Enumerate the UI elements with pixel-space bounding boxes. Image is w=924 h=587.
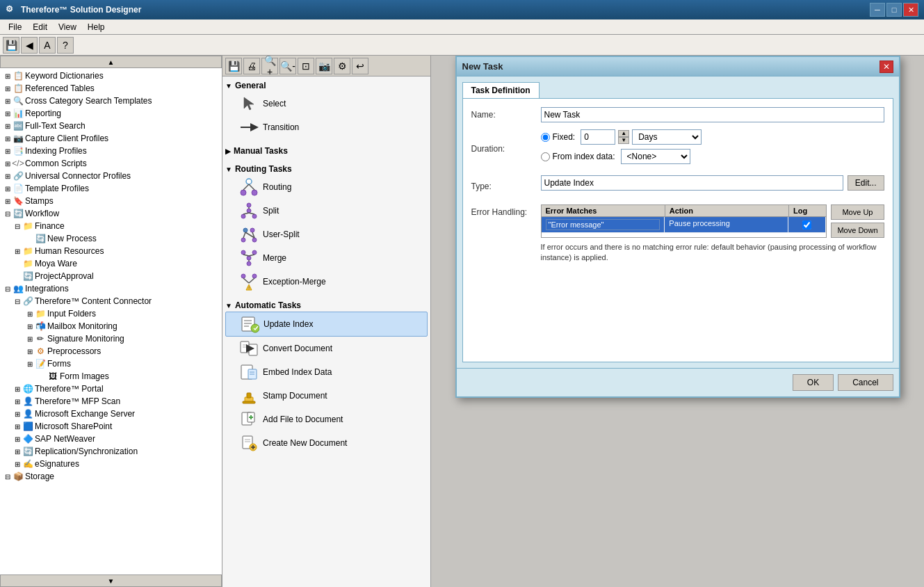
- task-embed-index[interactable]: Embed Index Data: [225, 360, 428, 384]
- task-add-file[interactable]: Add File to Document: [225, 408, 428, 431]
- minimize-button[interactable]: ─: [870, 3, 885, 17]
- middle-save-btn[interactable]: 💾: [225, 58, 242, 74]
- name-row: Name:: [471, 107, 884, 122]
- fixed-radio[interactable]: [541, 133, 550, 142]
- move-up-button[interactable]: Move Up: [831, 204, 884, 220]
- tree-preprocessors[interactable]: ⊞ ⚙ Preprocessors: [0, 345, 222, 357]
- task-exception-merge[interactable]: ! Exception-Merge: [225, 270, 428, 294]
- spinner-down-btn[interactable]: ▼: [618, 137, 629, 144]
- task-merge[interactable]: Merge: [225, 246, 428, 270]
- toolbar-back[interactable]: ◀: [21, 37, 38, 54]
- tree-indexing-profiles[interactable]: ⊞ 📑 Indexing Profiles: [0, 145, 222, 157]
- name-input[interactable]: [541, 107, 884, 122]
- tree-finance[interactable]: ⊟ 📁 Finance: [0, 220, 222, 232]
- move-down-button[interactable]: Move Down: [831, 223, 884, 238]
- tree-storage[interactable]: ⊟ 📦 Storage: [0, 470, 222, 483]
- tree-esignatures[interactable]: ⊞ ✍ eSignatures: [0, 458, 222, 470]
- modal-close-button[interactable]: ✕: [880, 61, 893, 73]
- maximize-button[interactable]: □: [886, 3, 902, 17]
- tree-sap[interactable]: ⊞ 🔷 SAP NetWeaver: [0, 433, 222, 445]
- task-routing[interactable]: Routing: [225, 175, 428, 199]
- spinner-up-btn[interactable]: ▲: [618, 130, 629, 137]
- item-icon: 🖼: [47, 371, 58, 382]
- toolbar-save[interactable]: 💾: [3, 37, 19, 54]
- duration-value-input[interactable]: [581, 129, 615, 145]
- tree-replication[interactable]: ⊞ 🔄 Replication/Synchronization: [0, 445, 222, 458]
- menu-file[interactable]: File: [3, 21, 27, 33]
- tree-therefore-portal[interactable]: ⊞ 🌐 Therefore™ Portal: [0, 383, 222, 395]
- manual-tasks-header[interactable]: ▶ Manual Tasks: [225, 145, 428, 157]
- tree-content-connector[interactable]: ⊟ 🔗 Therefore™ Content Connector: [0, 295, 222, 307]
- tree-new-process[interactable]: 🔄 New Process: [0, 232, 222, 245]
- middle-undo-btn[interactable]: ↩: [352, 58, 368, 74]
- from-index-radio[interactable]: [541, 152, 550, 161]
- middle-settings-btn[interactable]: ⚙: [334, 58, 350, 74]
- task-convert-document[interactable]: Convert Document: [225, 337, 428, 360]
- ok-button[interactable]: OK: [793, 374, 834, 391]
- tree-mailbox-monitoring[interactable]: ⊞ 📬 Mailbox Monitoring: [0, 320, 222, 332]
- routing-tasks-header[interactable]: ▼ Routing Tasks: [225, 163, 428, 175]
- toolbar-text[interactable]: A: [39, 37, 56, 54]
- tab-task-definition[interactable]: Task Definition: [462, 82, 540, 98]
- error-match-input[interactable]: [546, 219, 660, 230]
- tree-universal-connector[interactable]: ⊞ 🔗 Universal Connector Profiles: [0, 170, 222, 182]
- tree-common-scripts[interactable]: ⊞ </> Common Scripts: [0, 157, 222, 170]
- scroll-down-btn[interactable]: ▼: [0, 574, 222, 587]
- error-table-header: Error Matches Action Log: [542, 205, 827, 217]
- tree-forms[interactable]: ⊞ 📝 Forms: [0, 357, 222, 370]
- tree-project-approval[interactable]: 🔄 ProjectApproval: [0, 270, 222, 282]
- task-user-split[interactable]: User-Split: [225, 223, 428, 246]
- middle-zoom-in-btn[interactable]: 🔍+: [261, 58, 278, 74]
- task-update-index[interactable]: Update Index: [225, 312, 428, 337]
- type-input[interactable]: [541, 175, 843, 191]
- tree-cross-category[interactable]: ⊞ 🔍 Cross Category Search Templates: [0, 95, 222, 107]
- cancel-button[interactable]: Cancel: [838, 374, 893, 391]
- tree-human-resources[interactable]: ⊞ 📁 Human Resources: [0, 245, 222, 257]
- tab-bar: Task Definition: [462, 82, 893, 98]
- tree-referenced-tables[interactable]: ⊞ 📋 Referenced Tables: [0, 82, 222, 95]
- middle-print-btn[interactable]: 🖨: [243, 58, 260, 74]
- svg-point-15: [250, 228, 254, 232]
- task-stamp-document[interactable]: Stamp Document: [225, 384, 428, 408]
- tree-keyword-dictionaries[interactable]: ⊞ 📋 Keyword Dictionaries: [0, 70, 222, 82]
- menu-help[interactable]: Help: [82, 21, 111, 33]
- tree-sharepoint[interactable]: ⊞ 🟦 Microsoft SharePoint: [0, 420, 222, 433]
- scroll-up-btn[interactable]: ▲: [0, 56, 222, 68]
- task-split[interactable]: Split: [225, 199, 428, 223]
- close-button[interactable]: ✕: [903, 3, 918, 17]
- automatic-tasks-header[interactable]: ▼ Automatic Tasks: [225, 299, 428, 312]
- tree-signature-monitoring[interactable]: ⊞ ✏ Signature Monitoring: [0, 332, 222, 345]
- tree-reporting[interactable]: ⊞ 📊 Reporting: [0, 107, 222, 120]
- edit-button[interactable]: Edit...: [848, 175, 884, 191]
- toolbar-help[interactable]: ?: [57, 37, 74, 54]
- svg-point-14: [243, 228, 248, 232]
- expand-icon: ⊞: [13, 396, 22, 406]
- from-index-radio-row: From index data: <None>: [541, 149, 884, 164]
- tree-integrations[interactable]: ⊟ 👥 Integrations: [0, 282, 222, 295]
- log-checkbox[interactable]: [802, 220, 811, 230]
- from-index-select[interactable]: <None>: [621, 149, 690, 164]
- tree-form-images[interactable]: 🖼 Form Images: [0, 370, 222, 383]
- duration-unit-select[interactable]: Days Hours: [632, 129, 702, 145]
- tree-input-folders[interactable]: ⊞ 📁 Input Folders: [0, 307, 222, 320]
- task-transition[interactable]: Transition: [225, 115, 428, 139]
- general-section-header[interactable]: ▼ General: [225, 79, 428, 92]
- tree-mfp-scan[interactable]: ⊞ 👤 Therefore™ MFP Scan: [0, 395, 222, 408]
- tree-capture-profiles[interactable]: ⊞ 📷 Capture Client Profiles: [0, 132, 222, 145]
- tree-stamps[interactable]: ⊞ 🔖 Stamps: [0, 195, 222, 207]
- tree-exchange[interactable]: ⊞ 👤 Microsoft Exchange Server: [0, 408, 222, 420]
- middle-zoom-out-btn[interactable]: 🔍-: [279, 58, 296, 74]
- name-field: [541, 107, 884, 122]
- tree-fulltext[interactable]: ⊞ 🔤 Full-Text Search: [0, 120, 222, 132]
- tree-template-profiles[interactable]: ⊞ 📄 Template Profiles: [0, 182, 222, 195]
- tree-label: Template Profiles: [25, 184, 89, 193]
- menu-view[interactable]: View: [53, 21, 82, 33]
- task-create-doc[interactable]: Create New Document: [225, 431, 428, 455]
- tree-moya-ware[interactable]: 📁 Moya Ware: [0, 257, 222, 270]
- middle-screenshot-btn[interactable]: 📷: [316, 58, 332, 74]
- menu-edit[interactable]: Edit: [27, 21, 53, 33]
- middle-fit-btn[interactable]: ⊡: [298, 58, 314, 74]
- task-select[interactable]: Select: [225, 92, 428, 115]
- task-convert-doc-label: Convert Document: [263, 344, 332, 353]
- tree-workflow[interactable]: ⊟ 🔄 Workflow: [0, 207, 222, 220]
